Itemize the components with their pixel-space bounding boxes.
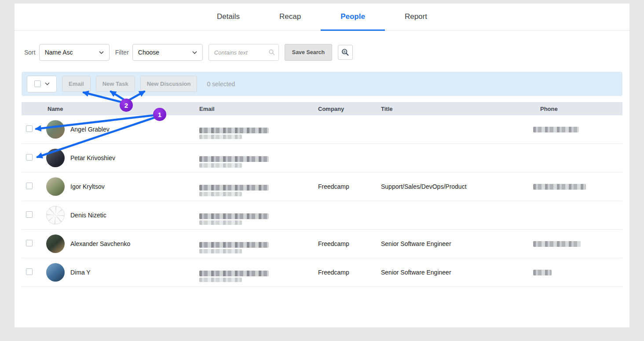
row-checkbox[interactable] — [26, 211, 33, 218]
new-task-button[interactable]: New Task — [96, 76, 135, 92]
select-all-checkbox[interactable] — [34, 81, 41, 87]
table-row[interactable]: Angel Grablev — [22, 115, 622, 144]
company: Freedcamp — [318, 183, 381, 190]
redacted-email — [199, 271, 318, 282]
table-row[interactable]: Petar Krivoshiev — [22, 144, 622, 172]
tab-details[interactable]: Details — [197, 4, 260, 30]
tab-recap[interactable]: Recap — [260, 4, 321, 30]
search-field-wrap — [209, 44, 279, 61]
job-title: Support/Sales/DevOps/Product — [381, 183, 540, 190]
redacted-phone — [533, 270, 552, 275]
header-company: Company — [318, 106, 381, 112]
tab-bar: Details Recap People Report — [15, 4, 629, 31]
person-name[interactable]: Angel Grablev — [70, 126, 110, 133]
avatar — [46, 206, 65, 224]
sort-select-value: Name Asc — [45, 49, 73, 56]
person-name[interactable]: Igor Kryltsov — [70, 183, 105, 190]
email-button[interactable]: Email — [62, 76, 91, 92]
bulk-actions-toolbar: Email New Task New Discussion 0 selected — [22, 72, 622, 96]
redacted-phone — [533, 241, 581, 247]
person-name[interactable]: Petar Krivoshiev — [70, 154, 115, 161]
table-row[interactable]: Alexander Savchenko Freedcamp Senior Sof… — [22, 230, 622, 258]
row-checkbox[interactable] — [26, 268, 33, 275]
table-row[interactable]: Denis Nizetic — [22, 201, 622, 230]
person-name[interactable]: Dima Y — [70, 269, 91, 276]
sort-select[interactable]: Name Asc — [39, 44, 110, 61]
redacted-email — [199, 242, 318, 253]
sort-label: Sort — [24, 49, 36, 56]
search-icon — [269, 49, 275, 55]
people-list: Angel Grablev Petar Krivoshiev — [22, 115, 622, 287]
saved-search-icon — [341, 48, 349, 56]
chevron-down-icon — [192, 51, 197, 54]
chevron-down-icon — [45, 82, 50, 85]
redacted-phone — [533, 184, 586, 190]
search-input[interactable] — [209, 44, 279, 61]
header-phone: Phone — [540, 106, 622, 112]
table-row[interactable]: Dima Y Freedcamp Senior Software Enginee… — [22, 258, 622, 287]
redacted-email — [199, 128, 318, 139]
redacted-email — [199, 213, 318, 225]
row-checkbox[interactable] — [26, 154, 33, 161]
filter-label: Filter — [115, 49, 129, 56]
redacted-email — [199, 185, 318, 196]
saved-searches-button[interactable] — [338, 45, 353, 60]
header-name: Name — [42, 106, 199, 112]
chevron-down-icon — [99, 51, 104, 54]
tab-report[interactable]: Report — [385, 4, 447, 30]
person-name[interactable]: Alexander Savchenko — [70, 240, 130, 247]
company: Freedcamp — [318, 269, 381, 276]
save-search-button[interactable]: Save Search — [285, 44, 332, 61]
select-all-dropdown[interactable] — [27, 76, 57, 92]
table-header: Name Email Company Title Phone — [22, 102, 622, 115]
row-checkbox[interactable] — [26, 240, 33, 246]
table-row[interactable]: Igor Kryltsov Freedcamp Support/Sales/De… — [22, 172, 622, 201]
job-title: Senior Software Engineer — [381, 269, 540, 276]
avatar — [46, 177, 65, 196]
company: Freedcamp — [318, 240, 381, 247]
selected-count: 0 selected — [207, 81, 235, 88]
header-email: Email — [199, 106, 318, 112]
person-name[interactable]: Denis Nizetic — [70, 212, 106, 219]
avatar — [46, 263, 65, 282]
job-title: Senior Software Engineer — [381, 240, 540, 247]
redacted-email — [199, 156, 318, 168]
filter-select-value: Choose — [138, 49, 159, 56]
header-title: Title — [381, 106, 540, 112]
tab-people[interactable]: People — [321, 4, 385, 30]
row-checkbox[interactable] — [26, 125, 33, 132]
page: Details Recap People Report Sort Name As… — [0, 0, 644, 341]
avatar — [46, 235, 65, 253]
filter-select[interactable]: Choose — [132, 44, 203, 61]
avatar — [46, 149, 65, 167]
avatar — [46, 120, 65, 139]
row-checkbox[interactable] — [26, 183, 33, 189]
redacted-phone — [533, 127, 579, 132]
new-discussion-button[interactable]: New Discussion — [140, 76, 198, 92]
content-card: Details Recap People Report Sort Name As… — [15, 4, 629, 327]
filter-bar: Sort Name Asc Filter Choose Save Search — [15, 31, 629, 65]
